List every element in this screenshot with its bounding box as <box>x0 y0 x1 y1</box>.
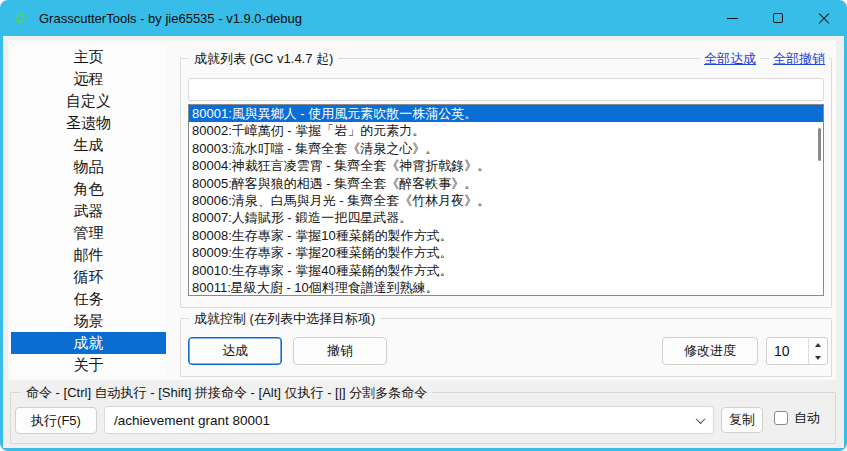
bulk-links: 全部达成 全部撤销 <box>700 50 829 68</box>
window-controls <box>709 0 847 36</box>
minimize-button[interactable] <box>709 0 755 36</box>
sidebar-item-avatar[interactable]: 角色 <box>11 178 166 200</box>
close-button[interactable] <box>801 0 847 36</box>
revoke-all-link[interactable]: 全部撤销 <box>769 50 829 68</box>
command-group-title: 命令 - [Ctrl] 自动执行 - [Shift] 拼接命令 - [Alt] … <box>21 384 432 402</box>
list-item[interactable]: 80005:醉客與狼的相遇 - 集齊全套《醉客軼事》。 <box>189 175 823 192</box>
maximize-icon <box>773 13 783 23</box>
maximize-button[interactable] <box>755 0 801 36</box>
list-item[interactable]: 80001:風與異鄉人 - 使用風元素吹散一株蒲公英。 <box>189 105 823 122</box>
window-title: GrasscutterTools - by jie65535 - v1.9.0-… <box>39 11 302 26</box>
title-bar: GrasscutterTools - by jie65535 - v1.9.0-… <box>0 0 847 36</box>
app-window: GrasscutterTools - by jie65535 - v1.9.0-… <box>0 0 847 451</box>
arrow-down-icon <box>815 356 821 360</box>
auto-run-label: 自动 <box>794 409 820 427</box>
auto-run-checkbox[interactable] <box>774 411 788 425</box>
spinner-up-button[interactable] <box>809 338 827 351</box>
sidebar-item-artifact[interactable]: 圣遗物 <box>11 112 166 134</box>
sidebar-item-management[interactable]: 管理 <box>11 222 166 244</box>
achievement-list-group-title: 成就列表 (GC v1.4.7 起) <box>189 50 338 68</box>
combo-dropdown-button[interactable] <box>687 407 713 433</box>
list-item[interactable]: 80007:人鑄賦形 - 鍛造一把四星武器。 <box>189 209 823 226</box>
app-logo-icon <box>13 10 30 27</box>
spinner-down-button[interactable] <box>809 351 827 364</box>
sidebar-nav: 主页 远程 自定义 圣遗物 生成 物品 角色 武器 管理 邮件 循环 任务 场景… <box>11 46 166 376</box>
revoke-button[interactable]: 撤销 <box>293 337 387 365</box>
sidebar-item-item[interactable]: 物品 <box>11 156 166 178</box>
run-command-button[interactable]: 执行(F5) <box>15 407 97 434</box>
list-item[interactable]: 80010:生存專家 - 掌握40種菜餚的製作方式。 <box>189 262 823 279</box>
command-input[interactable] <box>105 413 687 428</box>
sidebar-item-home[interactable]: 主页 <box>11 46 166 68</box>
progress-spinner: 10 <box>766 337 828 365</box>
list-item[interactable]: 80011:星級大廚 - 10個料理食譜達到熟練。 <box>189 279 823 296</box>
command-combobox <box>104 406 714 434</box>
auto-run-option: 自动 <box>774 409 820 427</box>
sidebar-item-spawn[interactable]: 生成 <box>11 134 166 156</box>
sidebar-item-mail[interactable]: 邮件 <box>11 244 166 266</box>
minimize-icon <box>727 18 738 19</box>
copy-command-button[interactable]: 复制 <box>721 407 763 433</box>
achievement-search-input[interactable] <box>188 78 824 101</box>
achievement-list-group: 成就列表 (GC v1.4.7 起) 全部达成 全部撤销 80001:風與異鄉人… <box>180 58 832 308</box>
achievement-control-group-title: 成就控制 (在列表中选择目标项) <box>189 310 380 328</box>
list-item[interactable]: 80002:千嶂萬仞 - 掌握「岩」的元素力。 <box>189 122 823 139</box>
chevron-down-icon <box>695 414 705 424</box>
modify-progress-button[interactable]: 修改进度 <box>662 337 758 365</box>
sidebar-item-about[interactable]: 关于 <box>11 354 166 376</box>
arrow-up-icon <box>815 343 821 347</box>
achievement-listbox: 80001:風與異鄉人 - 使用風元素吹散一株蒲公英。 80002:千嶂萬仞 -… <box>188 104 824 296</box>
grant-button[interactable]: 达成 <box>188 337 282 365</box>
list-item[interactable]: 80009:生存專家 - 掌握20種菜餚的製作方式。 <box>189 244 823 261</box>
progress-value[interactable]: 10 <box>767 338 808 364</box>
client-area: 主页 远程 自定义 圣遗物 生成 物品 角色 武器 管理 邮件 循环 任务 场景… <box>3 36 844 448</box>
list-item[interactable]: 80006:清泉、白馬與月光 - 集齊全套《竹林月夜》。 <box>189 192 823 209</box>
sidebar-item-scene[interactable]: 场景 <box>11 310 166 332</box>
sidebar-item-loop[interactable]: 循环 <box>11 266 166 288</box>
sidebar-item-quest[interactable]: 任务 <box>11 288 166 310</box>
achievement-control-group: 成就控制 (在列表中选择目标项) 达成 撤销 修改进度 10 <box>180 318 832 377</box>
sidebar-item-weapon[interactable]: 武器 <box>11 200 166 222</box>
grant-all-link[interactable]: 全部达成 <box>700 50 760 68</box>
list-scrollbar-thumb[interactable] <box>818 128 821 161</box>
sidebar-item-achievement[interactable]: 成就 <box>11 332 166 354</box>
sidebar-item-custom[interactable]: 自定义 <box>11 90 166 112</box>
list-item[interactable]: 80003:流水叮噹 - 集齊全套《清泉之心》。 <box>189 140 823 157</box>
command-group: 命令 - [Ctrl] 自动执行 - [Shift] 拼接命令 - [Alt] … <box>10 392 836 444</box>
close-icon <box>817 11 831 25</box>
list-item[interactable]: 80004:神裁狂言凌雲霄 - 集齊全套《神霄折戟錄》。 <box>189 157 823 174</box>
sidebar-item-remote[interactable]: 远程 <box>11 68 166 90</box>
list-item[interactable]: 80008:生存專家 - 掌握10種菜餚的製作方式。 <box>189 227 823 244</box>
spinner-buttons <box>808 338 827 364</box>
